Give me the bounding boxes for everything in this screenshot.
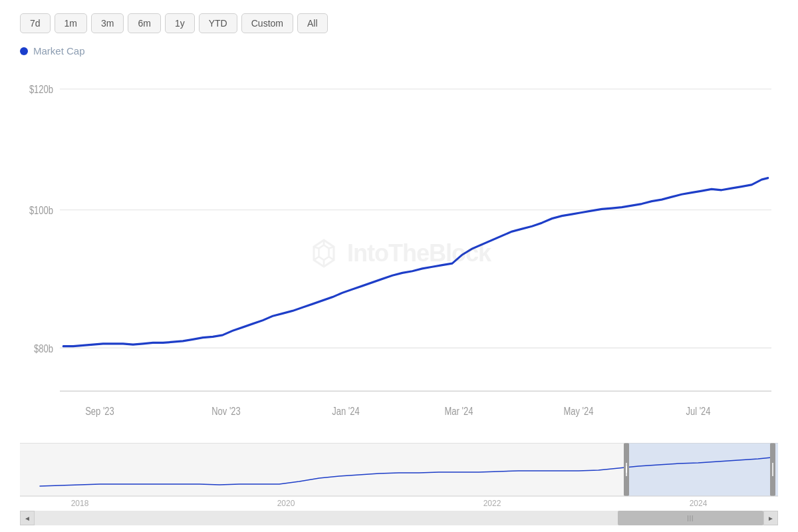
mini-overview-chart: 2018 2020 2022 2024 [20, 443, 778, 509]
scrollbar: ◄ ||| ► [20, 511, 778, 525]
btn-3m[interactable]: 3m [91, 13, 124, 33]
right-arrow-icon: ► [767, 515, 774, 522]
scrollbar-track: ||| [35, 511, 763, 525]
scroll-left-button[interactable]: ◄ [20, 511, 35, 525]
svg-text:Jan '24: Jan '24 [332, 405, 359, 418]
main-container: 7d 1m 3m 6m 1y YTD Custom All Market Cap [0, 0, 798, 532]
main-chart-area: IntoTheBlock $120b $100b $80b Sep '23 No… [20, 63, 778, 443]
time-range-selector: 7d 1m 3m 6m 1y YTD Custom All [20, 13, 778, 33]
legend-label: Market Cap [33, 45, 85, 57]
svg-text:$120b: $120b [29, 83, 53, 96]
svg-text:Mar '24: Mar '24 [445, 405, 473, 418]
btn-1y[interactable]: 1y [165, 13, 195, 33]
svg-text:2022: 2022 [483, 499, 501, 508]
svg-text:2018: 2018 [71, 499, 89, 508]
market-cap-chart: $120b $100b $80b Sep '23 Nov '23 Jan '24… [20, 63, 778, 443]
left-arrow-icon: ◄ [24, 515, 31, 522]
scroll-right-button[interactable]: ► [763, 511, 778, 525]
mini-chart-container: 2018 2020 2022 2024 [20, 443, 778, 509]
btn-6m[interactable]: 6m [128, 13, 160, 33]
svg-text:2024: 2024 [690, 499, 708, 508]
btn-ytd[interactable]: YTD [199, 13, 237, 33]
svg-text:2020: 2020 [277, 499, 295, 508]
svg-text:$100b: $100b [29, 203, 53, 216]
svg-text:$80b: $80b [34, 342, 53, 354]
scrollbar-thumb[interactable]: ||| [618, 511, 763, 525]
scrollbar-thumb-lines: ||| [687, 515, 694, 521]
svg-text:Nov '23: Nov '23 [211, 405, 241, 418]
legend-dot [20, 47, 28, 55]
btn-1m[interactable]: 1m [55, 13, 87, 33]
btn-all[interactable]: All [297, 13, 328, 33]
btn-7d[interactable]: 7d [20, 13, 51, 33]
svg-text:Sep '23: Sep '23 [85, 405, 114, 418]
svg-text:Jul '24: Jul '24 [686, 405, 710, 418]
btn-custom[interactable]: Custom [241, 13, 293, 33]
svg-rect-22 [625, 443, 778, 496]
chart-legend: Market Cap [20, 45, 778, 57]
svg-text:May '24: May '24 [563, 405, 593, 418]
